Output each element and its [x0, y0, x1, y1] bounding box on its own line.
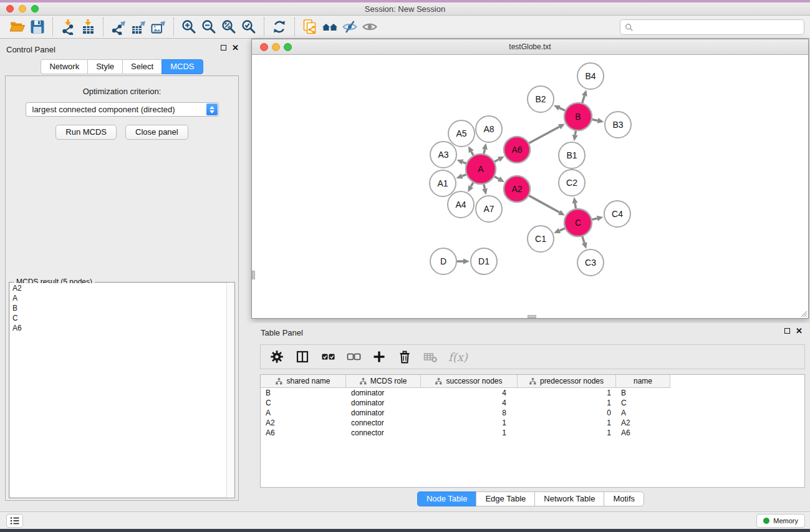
- select-all-button[interactable]: [321, 349, 335, 364]
- edge-C-C4[interactable]: [592, 218, 597, 220]
- delete-column-button[interactable]: [397, 349, 412, 364]
- close-panel-icon[interactable]: ✕: [232, 44, 239, 51]
- zoom-fit-button[interactable]: [219, 17, 239, 36]
- table-cell[interactable]: 1: [518, 428, 616, 437]
- table-cell[interactable]: A: [261, 409, 346, 417]
- column-header-shared-name[interactable]: shared name: [261, 375, 346, 388]
- zoom-in-button[interactable]: [179, 17, 199, 36]
- mcds-result-item[interactable]: C: [10, 313, 234, 323]
- edge-B-B2[interactable]: [559, 108, 565, 110]
- deselect-all-button[interactable]: [346, 349, 361, 364]
- node-A6[interactable]: A6: [504, 137, 530, 163]
- edge-B-B4[interactable]: [582, 96, 585, 103]
- tab-motifs[interactable]: Motifs: [604, 491, 644, 506]
- close-panel-icon[interactable]: ✕: [796, 327, 803, 334]
- node-B3[interactable]: B3: [605, 112, 631, 138]
- table-cell[interactable]: B: [616, 389, 670, 397]
- table-cell[interactable]: A: [616, 409, 670, 417]
- hide-selected-button[interactable]: [340, 17, 360, 36]
- node-A7[interactable]: A7: [476, 196, 502, 222]
- run-mcds-button[interactable]: Run MCDS: [55, 125, 117, 140]
- column-header-name[interactable]: name: [616, 375, 670, 388]
- tab-network-table[interactable]: Network Table: [534, 491, 604, 506]
- export-table-button[interactable]: [128, 17, 148, 36]
- table-cell[interactable]: 8: [421, 409, 518, 417]
- table-cell[interactable]: A6: [261, 428, 346, 437]
- node-B[interactable]: B: [564, 103, 592, 130]
- table-cell[interactable]: 4: [421, 389, 518, 397]
- tab-node-table[interactable]: Node Table: [417, 491, 476, 506]
- table-settings-button[interactable]: [269, 349, 284, 364]
- search-input[interactable]: [634, 22, 804, 32]
- node-A2[interactable]: A2: [504, 176, 530, 202]
- node-A1[interactable]: A1: [430, 170, 456, 196]
- node-A5[interactable]: A5: [448, 120, 475, 147]
- zoom-selected-button[interactable]: [239, 17, 259, 36]
- table-cell[interactable]: 1: [421, 428, 518, 437]
- table-cell[interactable]: 4: [421, 399, 518, 407]
- node-C[interactable]: C: [564, 209, 592, 236]
- export-image-button[interactable]: [148, 17, 168, 36]
- table-cell[interactable]: A6: [616, 428, 670, 437]
- node-C4[interactable]: C4: [604, 201, 630, 227]
- mcds-list-scrollbar[interactable]: [226, 283, 234, 498]
- table-cell[interactable]: 0: [518, 409, 616, 417]
- tab-mcds[interactable]: MCDS: [162, 59, 203, 74]
- tab-network[interactable]: Network: [41, 59, 87, 74]
- table-cell[interactable]: connector: [346, 418, 421, 427]
- table-cell[interactable]: 1: [421, 418, 518, 427]
- table-cell[interactable]: connector: [346, 428, 421, 437]
- table-cell[interactable]: 1: [518, 389, 616, 397]
- table-row[interactable]: A6connector11A6: [261, 428, 804, 438]
- tab-style[interactable]: Style: [87, 59, 122, 74]
- float-panel-icon[interactable]: [784, 328, 790, 334]
- table-cell[interactable]: dominator: [346, 389, 421, 397]
- edge-A2-C[interactable]: [529, 196, 559, 213]
- refresh-view-button[interactable]: [269, 17, 289, 36]
- network-window-titlebar[interactable]: testGlobe.txt: [252, 39, 808, 55]
- edge-A6-B[interactable]: [529, 127, 559, 143]
- node-A8[interactable]: A8: [476, 116, 502, 142]
- float-panel-icon[interactable]: [221, 45, 226, 51]
- horizontal-scrollbar-thumb[interactable]: [528, 315, 536, 318]
- tab-edge-table[interactable]: Edge Table: [476, 491, 534, 506]
- tab-select[interactable]: Select: [122, 59, 162, 74]
- table-cell[interactable]: C: [616, 399, 670, 407]
- mcds-result-item[interactable]: A6: [10, 323, 234, 333]
- table-cell[interactable]: A2: [616, 418, 670, 427]
- edge-B-B3[interactable]: [592, 120, 598, 121]
- export-network-button[interactable]: [108, 17, 128, 36]
- zoom-out-button[interactable]: [199, 17, 219, 36]
- table-row[interactable]: Adominator80A: [261, 408, 804, 418]
- edge-C-C3[interactable]: [582, 236, 584, 243]
- table-row[interactable]: A2connector11A2: [261, 418, 804, 428]
- table-cell[interactable]: 1: [518, 399, 616, 407]
- edge-A-A6[interactable]: [494, 160, 499, 162]
- node-D[interactable]: D: [430, 248, 456, 274]
- mcds-result-item[interactable]: A2: [10, 283, 234, 293]
- table-cell[interactable]: C: [261, 399, 346, 407]
- edge-B-B1[interactable]: [575, 131, 576, 135]
- table-cell[interactable]: dominator: [346, 409, 421, 417]
- task-history-button[interactable]: [6, 514, 23, 528]
- table-row[interactable]: Bdominator41B: [261, 388, 804, 398]
- apply-layout-button[interactable]: [320, 17, 340, 36]
- node-A[interactable]: A: [466, 154, 496, 184]
- node-C1[interactable]: C1: [528, 226, 554, 252]
- open-file-button[interactable]: [7, 17, 27, 36]
- edge-A-A7[interactable]: [484, 184, 485, 188]
- edge-A-A8[interactable]: [484, 149, 485, 153]
- edge-A-A3[interactable]: [463, 162, 466, 163]
- edge-A-A5[interactable]: [471, 152, 473, 155]
- edge-C-C1[interactable]: [559, 228, 565, 231]
- node-B1[interactable]: B1: [559, 142, 585, 168]
- node-A3[interactable]: A3: [430, 142, 456, 168]
- edge-C-C2[interactable]: [575, 203, 576, 209]
- edge-A-A2[interactable]: [494, 177, 499, 179]
- table-cell[interactable]: 1: [518, 418, 616, 427]
- close-panel-button[interactable]: Close panel: [125, 125, 188, 140]
- node-D1[interactable]: D1: [471, 248, 497, 274]
- edge-A-A1[interactable]: [462, 175, 466, 177]
- toggle-column-view-button[interactable]: [295, 349, 310, 364]
- table-cell[interactable]: dominator: [346, 399, 421, 407]
